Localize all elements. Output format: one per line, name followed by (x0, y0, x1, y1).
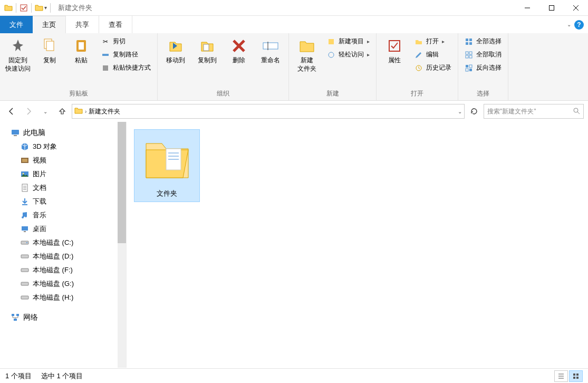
svg-rect-44 (21, 269, 28, 272)
ribbon-group-clipboard: 固定到 快速访问 复制 粘贴 ✂剪切 复制路径 粘贴快捷方式 剪贴板 (0, 33, 158, 100)
tab-share[interactable]: 共享 (66, 16, 99, 33)
scissors-icon: ✂ (101, 37, 110, 46)
paste-shortcut-button[interactable]: 粘贴快捷方式 (98, 62, 154, 74)
nav-recent-dropdown[interactable]: ⌄ (38, 104, 53, 119)
ribbon-collapse-icon[interactable]: ⌄ (567, 22, 571, 27)
invert-selection-button[interactable]: 反向选择 (461, 62, 505, 74)
properties-button[interactable]: 属性 (380, 35, 409, 67)
tab-view[interactable]: 查看 (99, 16, 132, 33)
rename-icon (262, 37, 279, 54)
svg-rect-59 (573, 377, 575, 379)
nav-forward-button[interactable] (21, 104, 36, 119)
chevron-right-icon[interactable]: › (85, 109, 86, 114)
qat-dropdown-icon[interactable]: ▾ (44, 5, 47, 11)
documents-icon (20, 183, 30, 193)
drive-icon (20, 293, 30, 302)
separator (16, 3, 16, 13)
group-label-new: 新建 (292, 88, 373, 99)
view-details-button[interactable] (554, 370, 568, 382)
nav-drive-f[interactable]: 本地磁盘 (F:) (0, 263, 126, 277)
nav-videos[interactable]: 视频 (0, 154, 126, 167)
paste-button[interactable]: 粘贴 (66, 35, 96, 67)
svg-rect-60 (576, 377, 579, 379)
addr-dropdown-icon[interactable]: ⌄ (458, 109, 462, 114)
group-label-open: 打开 (380, 88, 455, 99)
copy-button[interactable]: 复制 (35, 35, 64, 67)
desktop-icon (20, 224, 30, 234)
new-item-button[interactable]: 新建项目▸ (324, 35, 373, 47)
separator (31, 3, 32, 13)
edit-icon (415, 51, 423, 59)
search-box[interactable]: 搜索"新建文件夹" (484, 104, 584, 119)
new-folder-icon (298, 37, 315, 54)
drive-icon (20, 279, 30, 289)
tab-file[interactable]: 文件 (0, 16, 33, 33)
nav-drive-c[interactable]: 本地磁盘 (C:) (0, 236, 126, 250)
select-none-icon (465, 51, 473, 59)
view-icons-button[interactable] (569, 370, 583, 382)
address-bar[interactable]: › 新建文件夹 ⌄ (72, 104, 465, 119)
svg-point-33 (23, 173, 24, 175)
qat-folder-icon[interactable] (35, 4, 43, 12)
title-bar: ▾ 新建文件夹 (0, 0, 588, 16)
move-to-icon (167, 37, 184, 54)
folder-item[interactable]: 文件夹 (134, 129, 200, 202)
select-all-button[interactable]: 全部选择 (461, 35, 505, 47)
pin-quick-access-button[interactable]: 固定到 快速访问 (3, 35, 33, 75)
qat-properties-icon[interactable] (20, 4, 28, 12)
move-to-button[interactable]: 移动到 (161, 35, 190, 67)
new-folder-button[interactable]: 新建 文件夹 (292, 35, 322, 75)
svg-point-27 (574, 108, 578, 112)
nav-drive-g[interactable]: 本地磁盘 (G:) (0, 277, 126, 291)
nav-back-button[interactable] (4, 104, 19, 119)
nav-network[interactable]: 网络 (0, 311, 126, 324)
this-pc-icon (11, 128, 20, 138)
shortcut-icon (101, 64, 110, 72)
nav-pictures[interactable]: 图片 (0, 167, 126, 181)
select-none-button[interactable]: 全部取消 (461, 49, 505, 61)
svg-rect-24 (469, 69, 472, 71)
help-icon[interactable]: ? (574, 20, 584, 30)
app-folder-icon (4, 4, 13, 12)
history-button[interactable]: 历史记录 (411, 62, 455, 74)
video-icon (20, 156, 30, 165)
copy-path-button[interactable]: 复制路径 (98, 49, 154, 61)
refresh-button[interactable] (467, 104, 481, 119)
nav-scrollbar[interactable] (118, 122, 126, 368)
close-button[interactable] (564, 0, 588, 16)
copy-to-button[interactable]: 复制到 (192, 35, 222, 67)
ribbon-group-organize: 移动到 复制到 删除 重命名 组织 (158, 33, 289, 100)
svg-rect-18 (469, 42, 472, 45)
cut-button[interactable]: ✂剪切 (98, 35, 154, 47)
svg-rect-1 (550, 5, 554, 10)
separator (50, 3, 51, 13)
svg-rect-16 (469, 39, 472, 41)
svg-point-42 (26, 242, 27, 243)
rename-button[interactable]: 重命名 (256, 35, 285, 67)
delete-button[interactable]: 删除 (224, 35, 254, 67)
svg-rect-22 (469, 55, 472, 58)
breadcrumb-segment[interactable]: 新建文件夹 (89, 107, 120, 116)
nav-drive-d[interactable]: 本地磁盘 (D:) (0, 250, 126, 263)
nav-drive-h[interactable]: 本地磁盘 (H:) (0, 291, 126, 304)
nav-this-pc[interactable]: 此电脑 (0, 126, 126, 140)
nav-music[interactable]: 音乐 (0, 208, 126, 222)
svg-rect-40 (24, 231, 26, 232)
nav-documents[interactable]: 文档 (0, 181, 126, 195)
delete-icon (230, 37, 247, 54)
tab-home[interactable]: 主页 (33, 16, 66, 33)
open-button[interactable]: 打开▸ (411, 35, 455, 47)
maximize-button[interactable] (539, 0, 564, 16)
pin-icon (9, 37, 26, 54)
nav-scrollbar-thumb[interactable] (118, 122, 126, 243)
edit-button[interactable]: 编辑 (411, 49, 455, 61)
copy-to-icon (199, 37, 216, 54)
content-pane[interactable]: 文件夹 (127, 122, 588, 368)
copy-icon (41, 37, 58, 54)
nav-desktop[interactable]: 桌面 (0, 222, 126, 236)
nav-3d-objects[interactable]: 3D 对象 (0, 140, 126, 154)
easy-access-button[interactable]: 轻松访问▸ (324, 49, 373, 61)
nav-downloads[interactable]: 下载 (0, 195, 126, 208)
minimize-button[interactable] (515, 0, 539, 16)
nav-up-button[interactable] (55, 104, 70, 119)
